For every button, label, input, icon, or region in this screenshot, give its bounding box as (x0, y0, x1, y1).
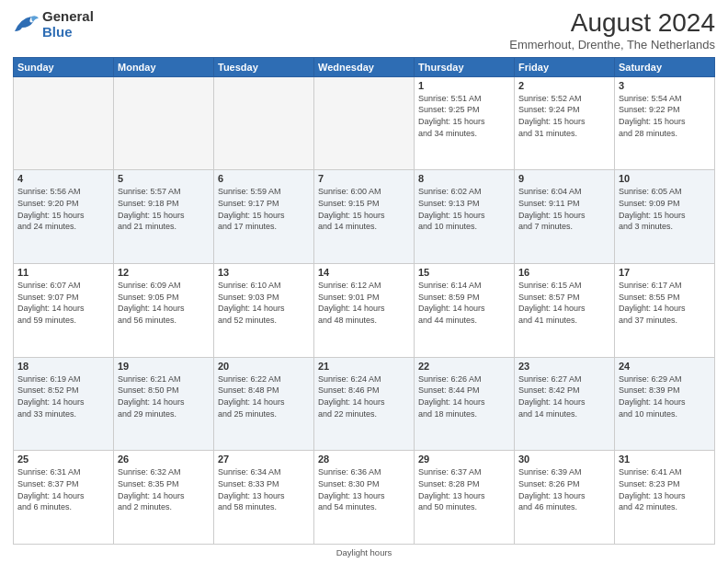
day-info: Sunrise: 6:09 AM Sunset: 9:05 PM Dayligh… (118, 280, 210, 326)
day-number: 27 (218, 454, 310, 465)
day-number: 9 (518, 173, 610, 184)
calendar-table: Sunday Monday Tuesday Wednesday Thursday… (13, 57, 715, 545)
table-row: 28Sunrise: 6:36 AM Sunset: 8:30 PM Dayli… (314, 451, 415, 545)
calendar-week-row: 25Sunrise: 6:31 AM Sunset: 8:37 PM Dayli… (14, 451, 715, 545)
day-info: Sunrise: 6:22 AM Sunset: 8:48 PM Dayligh… (218, 373, 310, 419)
day-info: Sunrise: 6:21 AM Sunset: 8:50 PM Dayligh… (118, 373, 210, 419)
table-row: 22Sunrise: 6:26 AM Sunset: 8:44 PM Dayli… (415, 357, 515, 451)
month-year: August 2024 (509, 9, 715, 38)
day-info: Sunrise: 6:00 AM Sunset: 9:15 PM Dayligh… (318, 186, 410, 232)
table-row: 9Sunrise: 6:04 AM Sunset: 9:11 PM Daylig… (515, 170, 615, 264)
day-info: Sunrise: 6:37 AM Sunset: 8:28 PM Dayligh… (418, 466, 510, 512)
table-row: 8Sunrise: 6:02 AM Sunset: 9:13 PM Daylig… (415, 170, 515, 264)
logo-general: General (42, 9, 94, 25)
day-info: Sunrise: 6:17 AM Sunset: 8:55 PM Dayligh… (619, 280, 711, 326)
day-info: Sunrise: 6:41 AM Sunset: 8:23 PM Dayligh… (619, 466, 711, 512)
col-thursday: Thursday (415, 57, 515, 76)
day-number: 28 (318, 454, 410, 465)
table-row (214, 76, 314, 170)
day-info: Sunrise: 6:34 AM Sunset: 8:33 PM Dayligh… (218, 466, 310, 512)
day-number: 30 (518, 454, 610, 465)
table-row: 10Sunrise: 6:05 AM Sunset: 9:09 PM Dayli… (615, 170, 715, 264)
col-wednesday: Wednesday (314, 57, 415, 76)
col-friday: Friday (515, 57, 615, 76)
table-row: 7Sunrise: 6:00 AM Sunset: 9:15 PM Daylig… (314, 170, 415, 264)
table-row: 20Sunrise: 6:22 AM Sunset: 8:48 PM Dayli… (214, 357, 314, 451)
day-info: Sunrise: 5:52 AM Sunset: 9:24 PM Dayligh… (518, 93, 610, 139)
day-number: 7 (318, 173, 410, 184)
day-info: Sunrise: 6:31 AM Sunset: 8:37 PM Dayligh… (17, 466, 109, 512)
day-info: Sunrise: 6:07 AM Sunset: 9:07 PM Dayligh… (17, 280, 109, 326)
day-info: Sunrise: 5:56 AM Sunset: 9:20 PM Dayligh… (17, 186, 109, 232)
header: General Blue August 2024 Emmerhout, Dren… (13, 9, 715, 52)
day-number: 25 (17, 454, 109, 465)
day-number: 5 (118, 173, 210, 184)
day-number: 10 (619, 173, 711, 184)
table-row: 27Sunrise: 6:34 AM Sunset: 8:33 PM Dayli… (214, 451, 314, 545)
day-info: Sunrise: 5:54 AM Sunset: 9:22 PM Dayligh… (619, 93, 711, 139)
day-number: 15 (418, 267, 510, 278)
table-row: 19Sunrise: 6:21 AM Sunset: 8:50 PM Dayli… (114, 357, 214, 451)
table-row: 31Sunrise: 6:41 AM Sunset: 8:23 PM Dayli… (615, 451, 715, 545)
day-number: 6 (218, 173, 310, 184)
day-number: 22 (418, 361, 510, 372)
calendar-header-row: Sunday Monday Tuesday Wednesday Thursday… (14, 57, 715, 76)
day-number: 11 (17, 267, 109, 278)
table-row: 11Sunrise: 6:07 AM Sunset: 9:07 PM Dayli… (14, 264, 114, 358)
day-info: Sunrise: 6:24 AM Sunset: 8:46 PM Dayligh… (318, 373, 410, 419)
table-row: 4Sunrise: 5:56 AM Sunset: 9:20 PM Daylig… (14, 170, 114, 264)
day-number: 21 (318, 361, 410, 372)
day-info: Sunrise: 6:12 AM Sunset: 9:01 PM Dayligh… (318, 280, 410, 326)
logo-bird-icon (13, 15, 39, 35)
table-row (114, 76, 214, 170)
table-row: 23Sunrise: 6:27 AM Sunset: 8:42 PM Dayli… (515, 357, 615, 451)
day-number: 12 (118, 267, 210, 278)
day-info: Sunrise: 6:14 AM Sunset: 8:59 PM Dayligh… (418, 280, 510, 326)
day-info: Sunrise: 6:36 AM Sunset: 8:30 PM Dayligh… (318, 466, 410, 512)
day-number: 4 (17, 173, 109, 184)
col-monday: Monday (114, 57, 214, 76)
footer-note: Daylight hours (13, 547, 715, 557)
table-row: 1Sunrise: 5:51 AM Sunset: 9:25 PM Daylig… (415, 76, 515, 170)
table-row: 24Sunrise: 6:29 AM Sunset: 8:39 PM Dayli… (615, 357, 715, 451)
table-row: 26Sunrise: 6:32 AM Sunset: 8:35 PM Dayli… (114, 451, 214, 545)
table-row: 6Sunrise: 5:59 AM Sunset: 9:17 PM Daylig… (214, 170, 314, 264)
table-row: 5Sunrise: 5:57 AM Sunset: 9:18 PM Daylig… (114, 170, 214, 264)
title-block: August 2024 Emmerhout, Drenthe, The Neth… (509, 9, 715, 52)
day-number: 26 (118, 454, 210, 465)
table-row: 12Sunrise: 6:09 AM Sunset: 9:05 PM Dayli… (114, 264, 214, 358)
day-number: 3 (619, 80, 711, 91)
table-row: 30Sunrise: 6:39 AM Sunset: 8:26 PM Dayli… (515, 451, 615, 545)
table-row: 18Sunrise: 6:19 AM Sunset: 8:52 PM Dayli… (14, 357, 114, 451)
day-info: Sunrise: 6:27 AM Sunset: 8:42 PM Dayligh… (518, 373, 610, 419)
day-number: 13 (218, 267, 310, 278)
day-number: 2 (518, 80, 610, 91)
day-number: 29 (418, 454, 510, 465)
day-info: Sunrise: 6:29 AM Sunset: 8:39 PM Dayligh… (619, 373, 711, 419)
day-info: Sunrise: 6:05 AM Sunset: 9:09 PM Dayligh… (619, 186, 711, 232)
calendar-week-row: 1Sunrise: 5:51 AM Sunset: 9:25 PM Daylig… (14, 76, 715, 170)
day-info: Sunrise: 6:15 AM Sunset: 8:57 PM Dayligh… (518, 280, 610, 326)
day-info: Sunrise: 6:02 AM Sunset: 9:13 PM Dayligh… (418, 186, 510, 232)
calendar-week-row: 11Sunrise: 6:07 AM Sunset: 9:07 PM Dayli… (14, 264, 715, 358)
day-number: 18 (17, 361, 109, 372)
table-row: 14Sunrise: 6:12 AM Sunset: 9:01 PM Dayli… (314, 264, 415, 358)
day-info: Sunrise: 5:59 AM Sunset: 9:17 PM Dayligh… (218, 186, 310, 232)
day-info: Sunrise: 5:51 AM Sunset: 9:25 PM Dayligh… (418, 93, 510, 139)
day-info: Sunrise: 6:26 AM Sunset: 8:44 PM Dayligh… (418, 373, 510, 419)
day-number: 24 (619, 361, 711, 372)
calendar-week-row: 18Sunrise: 6:19 AM Sunset: 8:52 PM Dayli… (14, 357, 715, 451)
calendar-week-row: 4Sunrise: 5:56 AM Sunset: 9:20 PM Daylig… (14, 170, 715, 264)
day-info: Sunrise: 5:57 AM Sunset: 9:18 PM Dayligh… (118, 186, 210, 232)
day-info: Sunrise: 6:32 AM Sunset: 8:35 PM Dayligh… (118, 466, 210, 512)
day-info: Sunrise: 6:19 AM Sunset: 8:52 PM Dayligh… (17, 373, 109, 419)
day-number: 14 (318, 267, 410, 278)
table-row: 17Sunrise: 6:17 AM Sunset: 8:55 PM Dayli… (615, 264, 715, 358)
logo-text: General Blue (42, 9, 94, 40)
day-number: 1 (418, 80, 510, 91)
day-number: 19 (118, 361, 210, 372)
footer-text: Daylight hours (336, 547, 392, 557)
logo-blue: Blue (42, 25, 94, 40)
day-info: Sunrise: 6:04 AM Sunset: 9:11 PM Dayligh… (518, 186, 610, 232)
day-number: 8 (418, 173, 510, 184)
